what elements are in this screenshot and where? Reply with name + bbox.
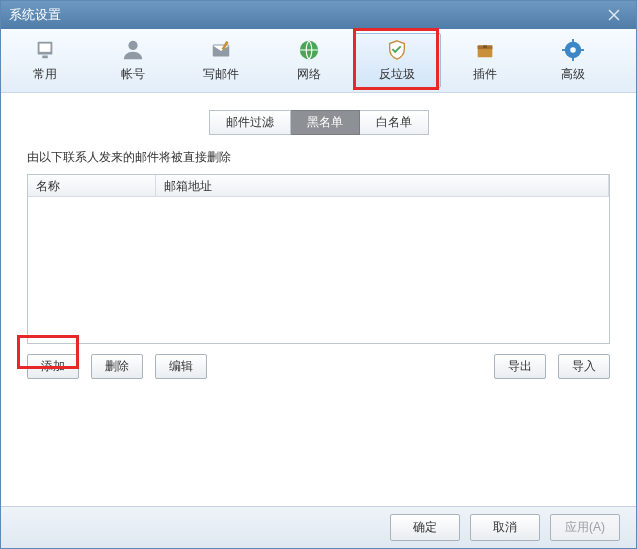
toolbar-label: 反垃圾 (379, 66, 415, 83)
svg-rect-15 (572, 56, 574, 61)
sub-tabbar: 邮件过滤 黑名单 白名单 (21, 110, 616, 135)
svg-rect-17 (579, 49, 584, 51)
list-body[interactable] (28, 197, 609, 343)
apply-button[interactable]: 应用(A) (550, 514, 620, 541)
tab-label: 白名单 (376, 115, 412, 129)
column-name[interactable]: 名称 (28, 175, 156, 196)
toolbar-label: 插件 (473, 66, 497, 83)
tab-whitelist[interactable]: 白名单 (360, 110, 429, 135)
svg-rect-11 (483, 45, 487, 48)
cancel-button[interactable]: 取消 (470, 514, 540, 541)
tab-filter[interactable]: 邮件过滤 (209, 110, 291, 135)
export-button-label: 导出 (508, 359, 532, 373)
svg-rect-14 (572, 39, 574, 44)
toolbar-label: 常用 (33, 66, 57, 83)
compose-icon (209, 38, 233, 62)
toolbar-item-account[interactable]: 帐号 (89, 33, 177, 88)
close-icon (608, 9, 620, 21)
ok-button[interactable]: 确定 (390, 514, 460, 541)
edit-button-label: 编辑 (169, 359, 193, 373)
section-description: 由以下联系人发来的邮件将被直接删除 (27, 149, 610, 166)
box-icon (473, 38, 497, 62)
tab-label: 邮件过滤 (226, 115, 274, 129)
content-area: 邮件过滤 黑名单 白名单 由以下联系人发来的邮件将被直接删除 名称 邮箱地址 添… (1, 93, 636, 506)
svg-point-13 (570, 47, 576, 53)
add-button[interactable]: 添加 (27, 354, 79, 379)
close-button[interactable] (600, 5, 628, 25)
contact-list: 名称 邮箱地址 (27, 174, 610, 344)
toolbar-item-plugin[interactable]: 插件 (441, 33, 529, 88)
toolbar-label: 写邮件 (203, 66, 239, 83)
titlebar: 系统设置 (1, 1, 636, 29)
export-button[interactable]: 导出 (494, 354, 546, 379)
window-title: 系统设置 (9, 6, 600, 24)
delete-button-label: 删除 (105, 359, 129, 373)
svg-rect-16 (562, 49, 567, 51)
import-button-label: 导入 (572, 359, 596, 373)
toolbar-label: 网络 (297, 66, 321, 83)
toolbar-item-network[interactable]: 网络 (265, 33, 353, 88)
edit-button[interactable]: 编辑 (155, 354, 207, 379)
ok-button-label: 确定 (413, 520, 437, 534)
cancel-button-label: 取消 (493, 520, 517, 534)
gear-icon (561, 38, 585, 62)
person-icon (121, 38, 145, 62)
monitor-icon (33, 38, 57, 62)
list-button-row: 添加 删除 编辑 导出 导入 (27, 354, 610, 379)
import-button[interactable]: 导入 (558, 354, 610, 379)
shield-check-icon (385, 38, 409, 62)
toolbar-item-general[interactable]: 常用 (1, 33, 89, 88)
svg-rect-4 (42, 56, 48, 59)
apply-button-label: 应用(A) (565, 520, 605, 534)
column-email-label: 邮箱地址 (164, 179, 212, 193)
list-header: 名称 邮箱地址 (28, 175, 609, 197)
tab-blacklist[interactable]: 黑名单 (291, 110, 360, 135)
toolbar-item-compose[interactable]: 写邮件 (177, 33, 265, 88)
svg-rect-3 (40, 44, 51, 52)
delete-button[interactable]: 删除 (91, 354, 143, 379)
toolbar-label: 帐号 (121, 66, 145, 83)
toolbar-label: 高级 (561, 66, 585, 83)
toolbar-item-antispam[interactable]: 反垃圾 (353, 33, 441, 88)
toolbar: 常用 帐号 写邮件 网络 反垃圾 插件 高级 (1, 29, 636, 93)
globe-icon (297, 38, 321, 62)
svg-point-5 (128, 41, 137, 50)
column-name-label: 名称 (36, 179, 60, 193)
dialog-footer: 确定 取消 应用(A) (1, 506, 636, 548)
toolbar-item-advanced[interactable]: 高级 (529, 33, 617, 88)
tab-label: 黑名单 (307, 115, 343, 129)
column-email[interactable]: 邮箱地址 (156, 175, 609, 196)
add-button-label: 添加 (41, 359, 65, 373)
